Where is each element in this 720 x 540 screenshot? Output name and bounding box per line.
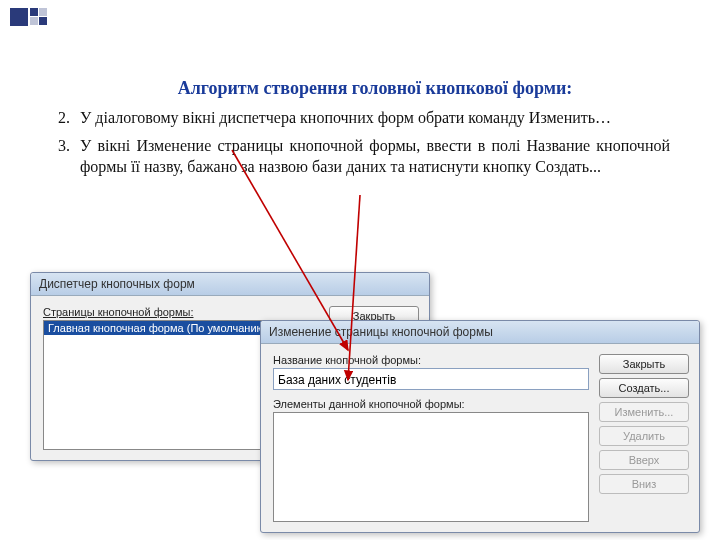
down-button: Вниз (599, 474, 689, 494)
close-button[interactable]: Закрыть (599, 354, 689, 374)
step-3: 3. У вікні Изменение страницы кнопочной … (80, 135, 670, 178)
step-number: 2. (58, 107, 70, 129)
items-listbox[interactable] (273, 412, 589, 522)
decor-squares (10, 8, 47, 26)
create-button[interactable]: Создать... (599, 378, 689, 398)
step-text: У вікні Изменение страницы кнопочной фор… (80, 137, 670, 176)
pages-label: Страницы кнопочной формы: (43, 306, 319, 318)
items-label: Элементы данной кнопочной формы: (273, 398, 589, 410)
up-button: Вверх (599, 450, 689, 470)
step-2: 2. У діалоговому вікні диспетчера кнопоч… (80, 107, 670, 129)
step-text: У діалоговому вікні диспетчера кнопочних… (80, 109, 611, 126)
dialog-title: Диспетчер кнопочных форм (31, 273, 429, 296)
dialog-title: Изменение страницы кнопочной формы (261, 321, 699, 344)
edit-switchboard-page-dialog: Изменение страницы кнопочной формы Назва… (260, 320, 700, 533)
edit-button: Изменить... (599, 402, 689, 422)
step-number: 3. (58, 135, 70, 157)
delete-button: Удалить (599, 426, 689, 446)
page-title: Алгоритм створення головної кнопкової фо… (80, 78, 670, 99)
name-label: Название кнопочной формы: (273, 354, 589, 366)
name-textbox[interactable]: База даних студентів (273, 368, 589, 390)
